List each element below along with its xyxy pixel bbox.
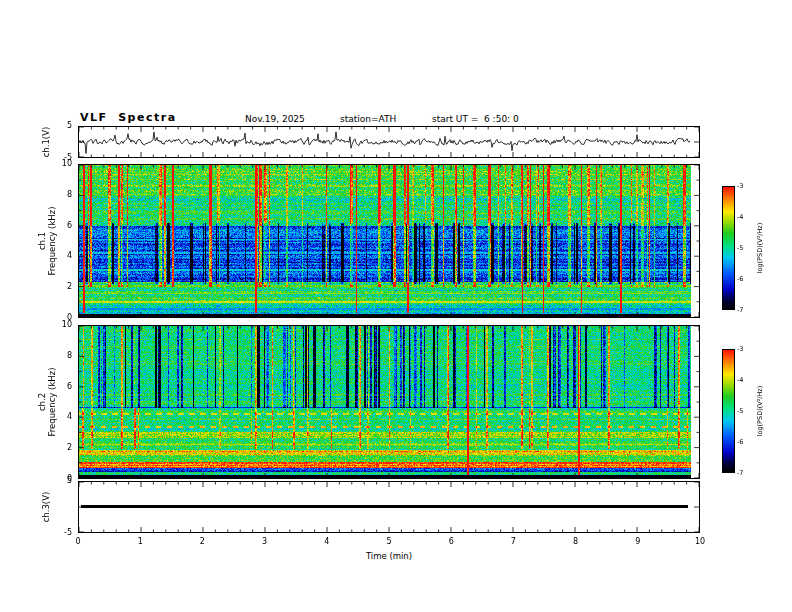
x-axis-title: Time (min) <box>339 551 439 561</box>
y-tick-label: 4 <box>52 412 72 421</box>
colorbar-tick-label: -7 <box>737 306 751 315</box>
colorbar-tick-label: -6 <box>737 438 751 447</box>
y-tick-label: 2 <box>52 443 72 452</box>
ch3-flat-line <box>81 505 688 508</box>
y-tick-label: -5 <box>52 528 72 537</box>
colorbar-ch2 <box>722 349 735 473</box>
ch2-spectrogram-canvas <box>79 326 691 478</box>
y-tick-label: 8 <box>52 190 72 199</box>
y-tick-label: 10 <box>52 159 72 168</box>
y-tick-label: 6 <box>52 382 72 391</box>
x-tick-label: 6 <box>441 537 461 546</box>
ch1-frequency-axis-label-line2: Frequency (kHz) <box>47 206 57 275</box>
ch1-spectrogram-panel <box>78 164 700 318</box>
ch2-frequency-axis-label: ch.2 Frequency (kHz) <box>37 367 57 436</box>
colorbar-tick-label: -4 <box>737 376 751 385</box>
ch1-voltage-axis-label: ch.1(V) <box>41 127 51 158</box>
colorbar-tick-label: -7 <box>737 469 751 478</box>
ch1-waveform-panel <box>78 126 700 158</box>
colorbar-tick-label: -3 <box>737 182 751 191</box>
date-label: Nov.19, 2025 <box>245 114 305 124</box>
colorbar-tick-label: -3 <box>737 345 751 354</box>
x-tick-label: 10 <box>690 537 710 546</box>
ch1-waveform-canvas <box>79 127 691 157</box>
ch1-spectrogram-canvas <box>79 165 691 317</box>
x-tick-label: 5 <box>379 537 399 546</box>
y-tick-label: 8 <box>52 351 72 360</box>
ch2-spectrogram-panel <box>78 325 700 479</box>
ch3-voltage-axis-label: ch.3(V) <box>41 492 51 523</box>
ch1-frequency-axis-label-line1: ch.1 <box>37 206 47 275</box>
colorbar-ch1 <box>722 186 735 310</box>
station-label: station=ATH <box>340 114 396 124</box>
y-tick-label: 6 <box>52 221 72 230</box>
x-tick-label: 4 <box>317 537 337 546</box>
x-tick-label: 9 <box>628 537 648 546</box>
colorbar-ch1-label: log(PSD)(V²/Hz) <box>755 223 765 274</box>
x-tick-label: 7 <box>503 537 523 546</box>
y-tick-label: 10 <box>52 320 72 329</box>
y-tick-label: 5 <box>52 476 72 485</box>
x-tick-label: 2 <box>192 537 212 546</box>
ch2-frequency-axis-label-line1: ch.2 <box>37 367 47 436</box>
ch2-frequency-axis-label-line2: Frequency (kHz) <box>47 367 57 436</box>
x-tick-label: 8 <box>566 537 586 546</box>
colorbar-ch2-label: log(PSD)(V²/Hz) <box>755 386 765 437</box>
y-tick-label: 4 <box>52 251 72 260</box>
plot-title: VLF Spectra <box>80 111 177 124</box>
x-tick-label: 3 <box>255 537 275 546</box>
y-tick-label: 2 <box>52 282 72 291</box>
colorbar-tick-label: -5 <box>737 407 751 416</box>
y-tick-label: 5 <box>52 121 72 130</box>
colorbar-tick-label: -5 <box>737 244 751 253</box>
start-ut-label: start UT = 6 :50: 0 <box>432 114 519 124</box>
x-tick-label: 1 <box>130 537 150 546</box>
colorbar-tick-label: -6 <box>737 275 751 284</box>
vlf-spectra-figure: VLF Spectra Nov.19, 2025 station=ATH sta… <box>0 0 792 612</box>
ch3-waveform-panel <box>78 481 700 533</box>
ch1-frequency-axis-label: ch.1 Frequency (kHz) <box>37 206 57 275</box>
x-tick-label: 0 <box>68 537 88 546</box>
colorbar-tick-label: -4 <box>737 213 751 222</box>
